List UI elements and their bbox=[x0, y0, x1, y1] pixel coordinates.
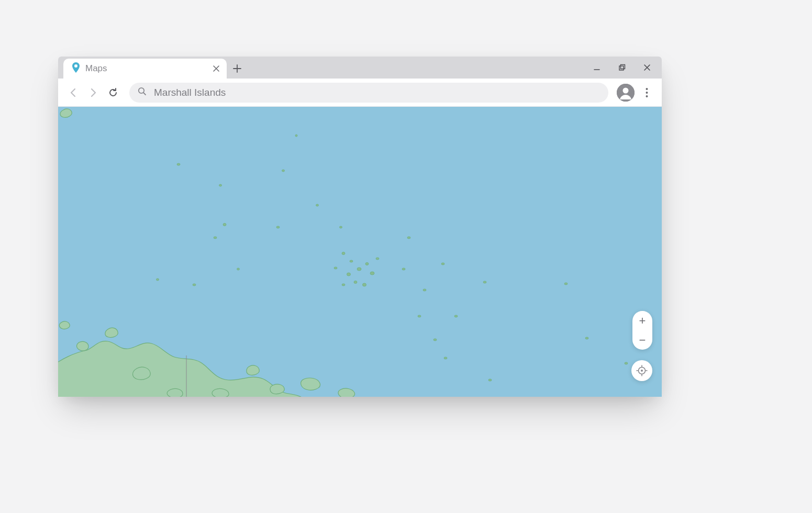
svg-point-12 bbox=[223, 224, 226, 226]
svg-point-42 bbox=[585, 337, 588, 339]
svg-point-34 bbox=[441, 263, 444, 265]
svg-point-31 bbox=[407, 237, 410, 239]
zoom-in-button[interactable]: + bbox=[632, 311, 652, 330]
svg-point-47 bbox=[641, 370, 643, 372]
svg-point-23 bbox=[347, 273, 351, 276]
svg-point-11 bbox=[219, 184, 222, 186]
svg-point-15 bbox=[276, 226, 280, 228]
svg-point-14 bbox=[282, 170, 285, 172]
svg-point-41 bbox=[564, 283, 568, 285]
svg-rect-2 bbox=[621, 65, 625, 69]
svg-point-22 bbox=[357, 267, 361, 271]
browser-window: Maps bbox=[58, 57, 662, 397]
browser-toolbar bbox=[58, 79, 662, 107]
svg-point-21 bbox=[350, 260, 353, 262]
zoom-out-button[interactable]: − bbox=[632, 330, 652, 350]
svg-point-16 bbox=[214, 237, 217, 239]
reload-button[interactable] bbox=[105, 85, 121, 101]
svg-point-26 bbox=[354, 281, 357, 284]
back-button[interactable] bbox=[65, 85, 81, 101]
svg-point-18 bbox=[193, 284, 196, 286]
svg-point-13 bbox=[295, 135, 297, 137]
map-canvas bbox=[58, 107, 662, 397]
map-pin-icon bbox=[72, 62, 80, 75]
menu-button[interactable] bbox=[639, 85, 654, 101]
svg-point-24 bbox=[365, 263, 369, 265]
profile-avatar[interactable] bbox=[617, 84, 635, 102]
tab-title: Maps bbox=[85, 63, 206, 74]
svg-rect-1 bbox=[619, 66, 624, 70]
browser-tab[interactable]: Maps bbox=[63, 59, 227, 79]
address-bar[interactable] bbox=[129, 83, 608, 103]
svg-point-35 bbox=[418, 315, 421, 317]
svg-point-10 bbox=[177, 163, 180, 165]
svg-point-40 bbox=[488, 379, 492, 381]
svg-point-37 bbox=[454, 315, 458, 317]
svg-point-17 bbox=[237, 268, 240, 270]
svg-point-25 bbox=[370, 272, 374, 275]
svg-point-7 bbox=[646, 92, 648, 94]
svg-point-39 bbox=[483, 281, 486, 283]
svg-point-30 bbox=[376, 258, 379, 260]
svg-point-20 bbox=[342, 252, 345, 255]
svg-point-32 bbox=[402, 268, 405, 270]
tab-strip: Maps bbox=[58, 57, 662, 79]
svg-point-45 bbox=[340, 226, 342, 228]
svg-point-29 bbox=[334, 267, 337, 269]
svg-point-33 bbox=[423, 289, 426, 291]
svg-point-6 bbox=[646, 88, 648, 90]
svg-point-19 bbox=[157, 278, 159, 281]
window-controls bbox=[584, 57, 660, 79]
zoom-controls: + − bbox=[632, 311, 652, 350]
close-tab-button[interactable] bbox=[211, 63, 221, 74]
maximize-button[interactable] bbox=[609, 57, 635, 79]
svg-point-38 bbox=[444, 357, 447, 359]
search-input[interactable] bbox=[154, 87, 600, 98]
svg-point-0 bbox=[74, 64, 77, 68]
svg-point-43 bbox=[625, 362, 628, 364]
map-viewport[interactable]: + − bbox=[58, 107, 662, 397]
svg-point-36 bbox=[433, 339, 437, 341]
new-tab-button[interactable] bbox=[227, 59, 248, 79]
svg-point-8 bbox=[646, 95, 648, 97]
forward-button[interactable] bbox=[85, 85, 101, 101]
svg-point-28 bbox=[342, 284, 345, 286]
locate-me-button[interactable] bbox=[631, 360, 652, 381]
close-window-button[interactable] bbox=[635, 57, 660, 79]
svg-point-44 bbox=[316, 204, 319, 206]
minimize-button[interactable] bbox=[584, 57, 609, 79]
svg-point-27 bbox=[363, 283, 366, 286]
search-icon bbox=[138, 87, 147, 98]
svg-point-5 bbox=[623, 87, 629, 93]
